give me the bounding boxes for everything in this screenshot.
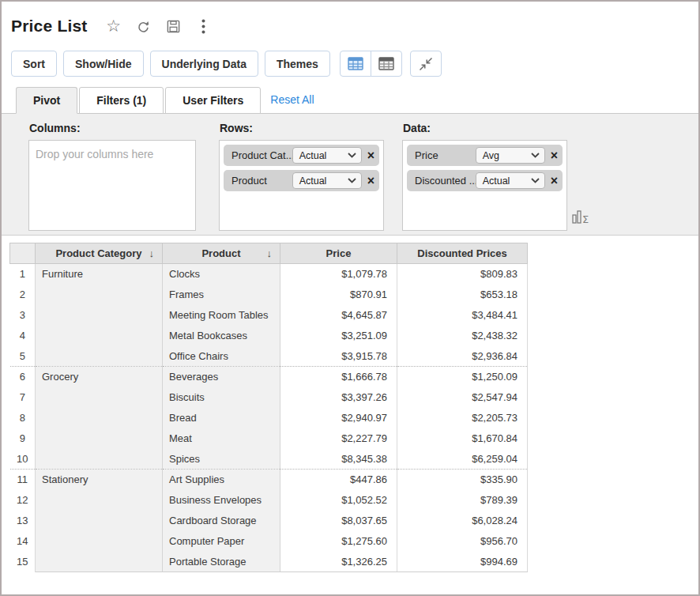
category-cell xyxy=(36,285,163,305)
category-cell xyxy=(36,428,163,449)
remove-field-icon[interactable]: × xyxy=(367,149,374,162)
tab-user-filters[interactable]: User Filters xyxy=(165,87,261,114)
product-cell: Metal Bookcases xyxy=(163,326,280,346)
row-field-product-category[interactable]: Product Cat... Actual × xyxy=(224,145,379,166)
row-number: 15 xyxy=(10,552,36,572)
reset-all-link[interactable]: Reset All xyxy=(270,93,314,106)
row-number: 11 xyxy=(10,470,36,490)
table-row: 10 Spices $8,345.38 $6,259.04 xyxy=(10,449,528,470)
sort-desc-icon[interactable]: ↓ xyxy=(149,247,155,259)
category-cell: Grocery xyxy=(36,367,163,387)
view-toggle-group xyxy=(340,51,402,77)
tabbar: Pivot Filters (1) User Filters Reset All xyxy=(2,77,698,113)
category-cell xyxy=(36,449,163,470)
data-dropzone[interactable]: Price Avg × Discounted ... Actual × xyxy=(402,140,567,231)
discounted-cell: $2,438.32 xyxy=(397,326,528,346)
tab-filters[interactable]: Filters (1) xyxy=(79,87,164,114)
category-cell xyxy=(36,408,163,428)
remove-field-icon[interactable]: × xyxy=(551,175,558,187)
pivot-view-icon[interactable] xyxy=(340,51,371,77)
product-cell: Portable Storage xyxy=(163,552,280,572)
sort-button[interactable]: Sort xyxy=(11,51,57,77)
row-number: 3 xyxy=(10,305,36,326)
save-icon[interactable] xyxy=(165,17,183,35)
columns-placeholder: Drop your columns here xyxy=(33,145,191,164)
data-section: Data: Price Avg × Discounted ... Actual xyxy=(402,119,567,235)
rows-dropzone[interactable]: Product Cat... Actual × Product Actual × xyxy=(219,140,384,231)
more-options-icon[interactable] xyxy=(195,17,213,35)
remove-field-icon[interactable]: × xyxy=(367,175,374,187)
collapse-icon[interactable] xyxy=(410,51,442,77)
price-cell: $1,052.52 xyxy=(280,490,397,511)
app-window: Price List ☆ xyxy=(0,0,700,596)
chevron-down-icon xyxy=(348,178,356,183)
columns-section: Columns: Drop your columns here xyxy=(28,119,196,235)
row-field-product[interactable]: Product Actual × xyxy=(224,170,379,191)
row-number: 9 xyxy=(10,428,36,449)
row-number: 2 xyxy=(10,285,36,305)
rows-section: Rows: Product Cat... Actual × Product Ac… xyxy=(219,119,384,235)
svg-text:Σ: Σ xyxy=(582,213,589,224)
star-icon[interactable]: ☆ xyxy=(105,17,122,35)
category-cell xyxy=(36,490,163,511)
product-cell: Meat xyxy=(163,428,280,449)
category-cell: Furniture xyxy=(36,264,163,285)
discounted-cell: $1,250.09 xyxy=(397,367,528,387)
header-price[interactable]: Price xyxy=(280,243,397,264)
product-cell: Frames xyxy=(163,285,280,305)
price-cell: $1,275.60 xyxy=(280,531,397,552)
discounted-cell: $2,205.73 xyxy=(397,408,528,428)
data-field-discounted[interactable]: Discounted ... Actual × xyxy=(407,170,563,191)
table-row: 11 Stationery Art Supplies $447.86 $335.… xyxy=(10,470,528,490)
discounted-cell: $956.70 xyxy=(397,531,528,552)
price-cell: $3,915.78 xyxy=(280,346,397,367)
tabular-view-icon[interactable] xyxy=(371,51,402,77)
row-number-header xyxy=(10,243,36,264)
table-row: 15 Portable Storage $1,326.25 $994.69 xyxy=(10,552,528,572)
discounted-cell: $2,936.84 xyxy=(397,346,528,367)
tab-pivot[interactable]: Pivot xyxy=(16,87,77,114)
discounted-cell: $3,484.41 xyxy=(397,305,528,326)
price-cell: $447.86 xyxy=(280,470,397,490)
price-cell: $8,345.38 xyxy=(280,449,397,470)
show-hide-button[interactable]: Show/Hide xyxy=(63,51,144,77)
columns-dropzone[interactable]: Drop your columns here xyxy=(28,140,196,231)
category-cell xyxy=(36,387,163,408)
underlying-data-button[interactable]: Underlying Data xyxy=(150,51,258,77)
discounted-cell: $2,547.94 xyxy=(397,387,528,408)
aggregation-dropdown[interactable]: Actual xyxy=(292,172,362,189)
category-cell xyxy=(36,326,163,346)
price-cell: $3,251.09 xyxy=(280,326,397,346)
table-header-row: Product Category ↓ Product ↓ Price Disco… xyxy=(10,243,528,264)
discounted-cell: $809.83 xyxy=(397,264,528,285)
row-number: 10 xyxy=(10,449,36,470)
category-cell xyxy=(36,531,163,552)
aggregation-dropdown[interactable]: Actual xyxy=(476,172,545,189)
chevron-down-icon xyxy=(531,178,540,183)
remove-field-icon[interactable]: × xyxy=(551,149,558,162)
data-field-price[interactable]: Price Avg × xyxy=(407,145,563,166)
header-product[interactable]: Product ↓ xyxy=(163,243,280,264)
row-number: 14 xyxy=(10,531,36,552)
rows-label: Rows: xyxy=(220,122,384,134)
title-actions: ☆ xyxy=(105,17,213,35)
table-row: 13 Cardboard Storage $8,037.65 $6,028.24 xyxy=(10,511,528,531)
pivot-table: Product Category ↓ Product ↓ Price Disco… xyxy=(9,243,698,572)
product-cell: Meeting Room Tables xyxy=(163,305,280,326)
summary-sigma-icon[interactable]: Σ xyxy=(572,209,591,227)
chevron-down-icon xyxy=(531,153,540,158)
themes-button[interactable]: Themes xyxy=(265,51,330,77)
aggregation-dropdown[interactable]: Avg xyxy=(476,147,545,164)
header-discounted-prices[interactable]: Discounted Prices xyxy=(397,243,528,264)
category-cell xyxy=(36,511,163,531)
header-product-category[interactable]: Product Category ↓ xyxy=(36,243,163,264)
product-cell: Business Envelopes xyxy=(163,490,280,511)
row-number: 8 xyxy=(10,408,36,428)
product-cell: Clocks xyxy=(163,264,280,285)
table-row: 6 Grocery Beverages $1,666.78 $1,250.09 xyxy=(10,367,528,387)
aggregation-dropdown[interactable]: Actual xyxy=(292,147,362,164)
price-cell: $870.91 xyxy=(280,285,397,305)
sort-desc-icon[interactable]: ↓ xyxy=(267,247,273,259)
refresh-icon[interactable] xyxy=(135,17,152,35)
product-cell: Beverages xyxy=(163,367,280,387)
